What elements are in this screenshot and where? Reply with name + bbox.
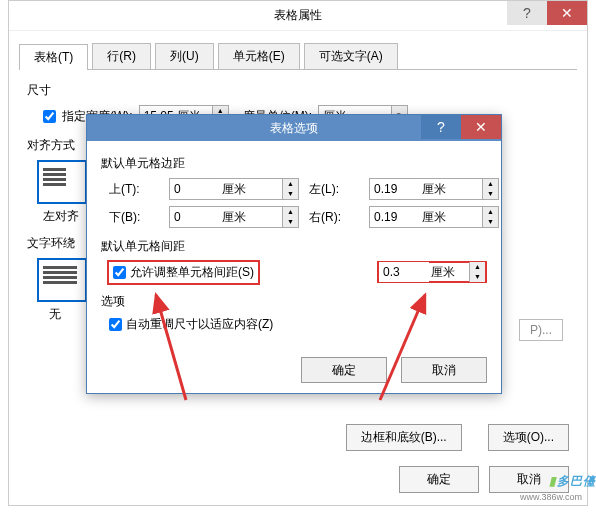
- ok-button[interactable]: 确定: [399, 466, 479, 493]
- watermark: ▮多巴儓: [549, 467, 596, 490]
- spacing-spinner[interactable]: ▲▼: [469, 262, 485, 282]
- border-shading-button[interactable]: 边框和底纹(B)...: [346, 424, 462, 451]
- aux-buttons: 边框和底纹(B)... 选项(O)...: [346, 424, 569, 451]
- unit: 厘米: [420, 181, 482, 198]
- left-label: 左(L):: [309, 181, 359, 198]
- tab-cell[interactable]: 单元格(E): [218, 43, 300, 69]
- help-button[interactable]: ?: [507, 1, 547, 25]
- auto-resize-checkbox[interactable]: [109, 318, 122, 331]
- tab-row[interactable]: 行(R): [92, 43, 151, 69]
- titlebar: 表格属性 ? ✕: [9, 1, 587, 31]
- unit: 厘米: [220, 209, 282, 226]
- bottom-label: 下(B):: [109, 209, 159, 226]
- right-label: 右(R):: [309, 209, 359, 226]
- dialog-title: 表格属性: [274, 7, 322, 24]
- table-options-dialog: 表格选项 ? ✕ 默认单元格边距 上(T): 厘米 ▲▼ 左(L): 厘米 ▲▼…: [86, 114, 502, 394]
- options-body: 默认单元格边距 上(T): 厘米 ▲▼ 左(L): 厘米 ▲▼ 下(B): 厘米…: [87, 141, 501, 351]
- allow-spacing-label: 允许调整单元格间距(S): [130, 264, 254, 281]
- left-input[interactable]: [370, 179, 420, 199]
- bottom-input[interactable]: [170, 207, 220, 227]
- options-titlebar: 表格选项 ? ✕: [87, 115, 501, 141]
- spacing-input-box[interactable]: 厘米 ▲▼: [377, 261, 487, 283]
- left-spinner[interactable]: ▲▼: [482, 179, 498, 199]
- unit: 厘米: [220, 181, 282, 198]
- options-button[interactable]: 选项(O)...: [488, 424, 569, 451]
- options-bottom-buttons: 确定 取消: [301, 357, 487, 383]
- spacing-input[interactable]: [379, 262, 429, 282]
- spacing-row: 允许调整单元格间距(S) 厘米 ▲▼: [109, 261, 487, 283]
- opts-label: 选项: [101, 293, 487, 310]
- right-spinner[interactable]: ▲▼: [482, 207, 498, 227]
- margins-label: 默认单元格边距: [101, 155, 487, 172]
- specify-width-checkbox[interactable]: [43, 110, 56, 123]
- align-left-icon[interactable]: [37, 160, 87, 204]
- margins-fieldset: 默认单元格边距 上(T): 厘米 ▲▼ 左(L): 厘米 ▲▼ 下(B): 厘米…: [101, 155, 487, 228]
- positioning-button: P)...: [519, 319, 563, 341]
- allow-spacing-checkbox[interactable]: [113, 266, 126, 279]
- right-input[interactable]: [370, 207, 420, 227]
- bottom-input-box[interactable]: 厘米 ▲▼: [169, 206, 299, 228]
- options-ok-button[interactable]: 确定: [301, 357, 387, 383]
- tabs: 表格(T) 行(R) 列(U) 单元格(E) 可选文字(A): [19, 43, 577, 70]
- options-close-button[interactable]: ✕: [461, 115, 501, 139]
- unit: 厘米: [420, 209, 482, 226]
- close-button[interactable]: ✕: [547, 1, 587, 25]
- auto-resize-label: 自动重调尺寸以适应内容(Z): [126, 316, 273, 333]
- tab-table[interactable]: 表格(T): [19, 44, 88, 70]
- bottom-spinner[interactable]: ▲▼: [282, 207, 298, 227]
- spacing-fieldset: 默认单元格间距 允许调整单元格间距(S) 厘米 ▲▼: [101, 238, 487, 283]
- size-label: 尺寸: [27, 82, 569, 99]
- allow-spacing-highlight: 允许调整单元格间距(S): [109, 262, 258, 283]
- bottom-buttons: 确定 取消: [399, 466, 569, 493]
- left-input-box[interactable]: 厘米 ▲▼: [369, 178, 499, 200]
- watermark-sub: www.386w.com: [520, 492, 582, 502]
- tab-column[interactable]: 列(U): [155, 43, 214, 69]
- top-input[interactable]: [170, 179, 220, 199]
- top-spinner[interactable]: ▲▼: [282, 179, 298, 199]
- unit: 厘米: [429, 264, 469, 281]
- titlebar-buttons: ? ✕: [507, 1, 587, 25]
- options-cancel-button[interactable]: 取消: [401, 357, 487, 383]
- right-input-box[interactable]: 厘米 ▲▼: [369, 206, 499, 228]
- spacing-label: 默认单元格间距: [101, 238, 487, 255]
- top-label: 上(T):: [109, 181, 159, 198]
- tab-alttext[interactable]: 可选文字(A): [304, 43, 398, 69]
- top-input-box[interactable]: 厘米 ▲▼: [169, 178, 299, 200]
- wrap-none-icon[interactable]: [37, 258, 87, 302]
- options-help-button[interactable]: ?: [421, 115, 461, 139]
- opts-fieldset: 选项 自动重调尺寸以适应内容(Z): [101, 293, 487, 333]
- options-title: 表格选项: [270, 120, 318, 137]
- margins-grid: 上(T): 厘米 ▲▼ 左(L): 厘米 ▲▼ 下(B): 厘米 ▲▼ 右(R)…: [109, 178, 487, 228]
- auto-resize-row: 自动重调尺寸以适应内容(Z): [109, 316, 487, 333]
